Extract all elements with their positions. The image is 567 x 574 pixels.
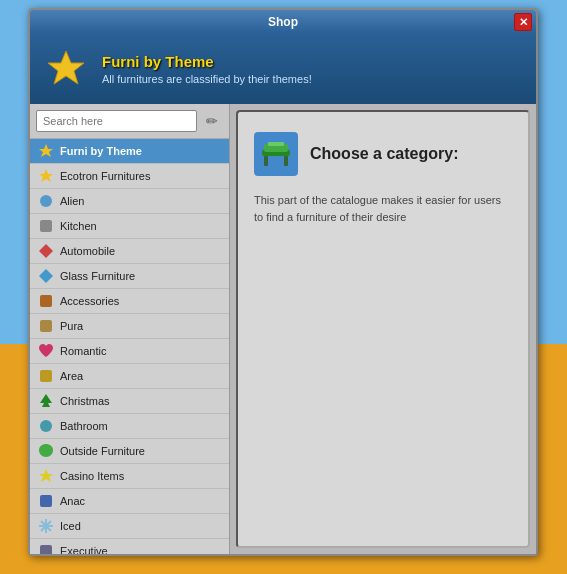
pencil-icon: ✏ [206, 113, 218, 129]
right-panel: Choose a category: This part of the cata… [236, 110, 530, 548]
category-icon-automobile [38, 243, 54, 259]
svg-marker-5 [39, 244, 53, 258]
header-text: Furni by Theme All furnitures are classi… [102, 53, 312, 85]
close-button[interactable]: ✕ [514, 13, 532, 31]
category-list: Furni by ThemeEcotron FurnituresAlienKit… [30, 139, 229, 554]
svg-rect-27 [268, 142, 284, 146]
category-label-anac: Anac [60, 495, 85, 507]
category-label-romantic: Romantic [60, 345, 106, 357]
search-button[interactable]: ✏ [201, 110, 223, 132]
search-area: ✏ [30, 104, 229, 139]
svg-marker-2 [39, 169, 53, 182]
svg-point-3 [40, 195, 52, 207]
category-icon [254, 132, 298, 176]
svg-rect-18 [40, 545, 52, 554]
category-label-alien: Alien [60, 195, 84, 207]
category-item-kitchen[interactable]: Kitchen [30, 214, 229, 239]
choose-title: Choose a category: [310, 145, 458, 163]
category-label-christmas: Christmas [60, 395, 110, 407]
title-bar: Shop ✕ [30, 10, 536, 34]
category-icon-ecotron [38, 168, 54, 184]
shop-header: Furni by Theme All furnitures are classi… [30, 34, 536, 104]
svg-rect-8 [40, 320, 52, 332]
category-item-glass-furniture[interactable]: Glass Furniture [30, 264, 229, 289]
category-item-pura[interactable]: Pura [30, 314, 229, 339]
svg-point-11 [40, 420, 52, 432]
svg-rect-9 [40, 370, 52, 382]
svg-rect-4 [40, 220, 52, 232]
category-icon-casino [38, 468, 54, 484]
category-label-iced: Iced [60, 520, 81, 532]
category-item-bathroom[interactable]: Bathroom [30, 414, 229, 439]
category-item-alien[interactable]: Alien [30, 189, 229, 214]
shop-subtitle: All furnitures are classified by their t… [102, 73, 312, 85]
shop-window: Shop ✕ Furni by Theme All furnitures are… [28, 8, 538, 556]
svg-marker-1 [39, 144, 53, 157]
choose-description: This part of the catalogue makes it easi… [254, 192, 512, 225]
category-item-accessories[interactable]: Accessories [30, 289, 229, 314]
svg-marker-10 [40, 394, 52, 407]
svg-marker-6 [39, 269, 53, 283]
shop-body: ✏ Furni by ThemeEcotron FurnituresAlienK… [30, 104, 536, 554]
category-icon-outside [38, 443, 54, 459]
svg-rect-7 [40, 295, 52, 307]
category-label-accessories: Accessories [60, 295, 119, 307]
category-item-area[interactable]: Area [30, 364, 229, 389]
category-icon-glass-furniture [38, 268, 54, 284]
category-label-glass-furniture: Glass Furniture [60, 270, 135, 282]
category-icon-executive [38, 543, 54, 554]
category-item-romantic[interactable]: Romantic [30, 339, 229, 364]
header-icon [44, 47, 88, 91]
category-icon-accessories [38, 293, 54, 309]
category-label-executive: Executive [60, 545, 108, 554]
svg-marker-12 [39, 469, 53, 482]
category-icon-pura [38, 318, 54, 334]
category-icon-kitchen [38, 218, 54, 234]
category-label-ecotron: Ecotron Furnitures [60, 170, 150, 182]
category-label-automobile: Automobile [60, 245, 115, 257]
category-item-automobile[interactable]: Automobile [30, 239, 229, 264]
category-item-ecotron[interactable]: Ecotron Furnitures [30, 164, 229, 189]
svg-marker-0 [48, 51, 84, 84]
category-icon-christmas [38, 393, 54, 409]
category-icon-furni-by-theme [38, 143, 54, 159]
category-label-area: Area [60, 370, 83, 382]
svg-rect-13 [40, 495, 52, 507]
category-item-outside[interactable]: Outside Furniture [30, 439, 229, 464]
furniture-icon [258, 136, 294, 172]
category-item-iced[interactable]: Iced [30, 514, 229, 539]
category-item-casino[interactable]: Casino Items [30, 464, 229, 489]
left-panel: ✏ Furni by ThemeEcotron FurnituresAlienK… [30, 104, 230, 554]
category-icon-anac [38, 493, 54, 509]
choose-header: Choose a category: [254, 132, 458, 176]
header-star-icon [44, 47, 88, 91]
category-item-christmas[interactable]: Christmas [30, 389, 229, 414]
category-item-anac[interactable]: Anac [30, 489, 229, 514]
shop-title: Furni by Theme [102, 53, 312, 70]
category-icon-bathroom [38, 418, 54, 434]
svg-rect-24 [264, 156, 268, 166]
category-item-executive[interactable]: Executive [30, 539, 229, 554]
category-icon-alien [38, 193, 54, 209]
window-title: Shop [268, 15, 298, 29]
category-label-casino: Casino Items [60, 470, 124, 482]
category-item-furni-by-theme[interactable]: Furni by Theme [30, 139, 229, 164]
search-input[interactable] [36, 110, 197, 132]
category-label-pura: Pura [60, 320, 83, 332]
category-icon-romantic [38, 343, 54, 359]
category-icon-area [38, 368, 54, 384]
category-label-furni-by-theme: Furni by Theme [60, 145, 142, 157]
category-label-kitchen: Kitchen [60, 220, 97, 232]
category-icon-iced [38, 518, 54, 534]
category-label-outside: Outside Furniture [60, 445, 145, 457]
svg-rect-25 [284, 156, 288, 166]
category-label-bathroom: Bathroom [60, 420, 108, 432]
